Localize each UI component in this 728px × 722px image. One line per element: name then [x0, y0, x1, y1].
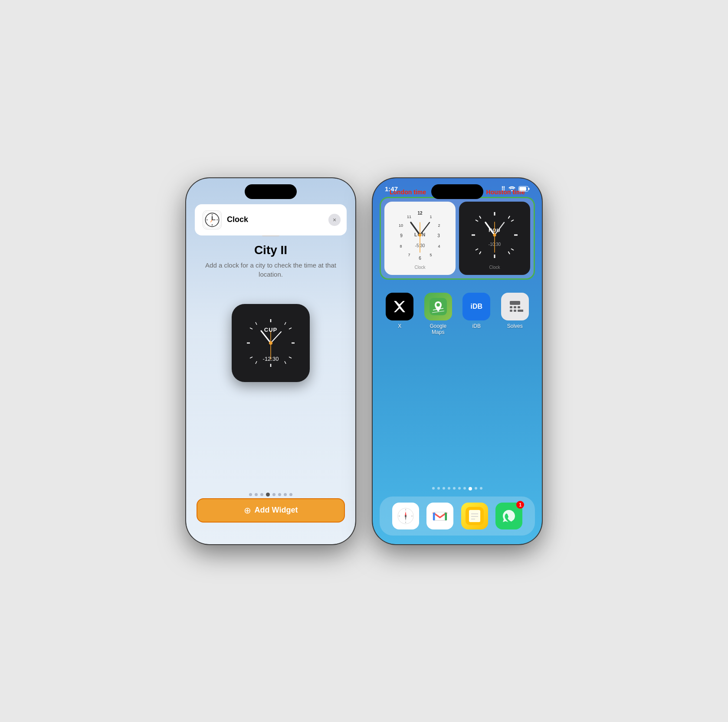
app-item-x[interactable]: X	[385, 293, 415, 335]
svg-line-20	[250, 357, 253, 358]
svg-text:7: 7	[408, 253, 410, 257]
whatsapp-badge: 1	[516, 501, 524, 509]
svg-line-57	[508, 252, 510, 254]
svg-text:10: 10	[399, 223, 403, 228]
page-dot-5	[272, 493, 275, 496]
header-card: Clock ×	[195, 204, 347, 235]
svg-line-59	[511, 220, 514, 222]
svg-rect-94	[433, 513, 435, 520]
x-app-label: X	[398, 323, 401, 329]
widget-info: City II Add a clock for a city to check …	[186, 243, 355, 279]
widget-header: Clock ×	[186, 204, 355, 235]
home-page-indicator	[373, 487, 542, 497]
svg-point-27	[512, 190, 513, 191]
svg-line-14	[256, 322, 257, 325]
calculator-logo	[507, 298, 523, 315]
maps-app-icon	[424, 293, 452, 320]
gmail-dock-icon[interactable]	[426, 503, 453, 529]
svg-point-68	[493, 233, 496, 236]
widget-picker-screen: Clock × City II Add a clock for a city t…	[186, 178, 355, 544]
page-dot-1	[249, 493, 252, 496]
svg-rect-79	[514, 310, 516, 312]
svg-rect-76	[514, 306, 516, 308]
home-screen: 1:47 ⠿	[373, 178, 542, 544]
page-dot-2	[255, 493, 258, 496]
svg-point-70	[436, 303, 440, 307]
hdot-6	[458, 487, 461, 490]
widget-description: Add a clock for a city to check the time…	[203, 261, 338, 279]
close-button[interactable]: ×	[328, 214, 341, 226]
dock: 1	[380, 497, 535, 536]
whatsapp-dock-icon[interactable]: 1	[495, 503, 522, 529]
london-clock-label: Clock	[414, 265, 425, 270]
hdot-7	[463, 487, 466, 490]
svg-rect-29	[519, 187, 526, 191]
grid-icon: ⠿	[501, 186, 505, 192]
battery-icon	[518, 186, 530, 192]
svg-text:8: 8	[400, 244, 402, 248]
svg-text:11: 11	[407, 215, 411, 219]
right-screen: 1:47 ⠿	[373, 178, 542, 544]
svg-point-26	[269, 341, 272, 345]
svg-text:1: 1	[430, 215, 432, 219]
right-phone: 1:47 ⠿	[373, 178, 542, 544]
app-item-solves[interactable]: Solves	[500, 293, 530, 335]
plus-icon: ⊕	[244, 505, 251, 516]
svg-line-18	[250, 328, 253, 329]
notes-logo	[466, 507, 484, 525]
svg-rect-75	[510, 306, 512, 308]
svg-text:12: 12	[417, 211, 423, 216]
hdot-2	[437, 487, 440, 490]
svg-point-85	[405, 515, 407, 517]
houston-clock-label: Clock	[489, 265, 500, 270]
hdot-8-active	[469, 487, 472, 490]
app-item-idb[interactable]: iDB iDB	[462, 293, 492, 335]
svg-rect-95	[445, 513, 447, 520]
gmail-logo	[431, 507, 449, 525]
x-app-icon	[386, 293, 413, 320]
svg-rect-74	[510, 301, 520, 305]
svg-line-16	[256, 361, 257, 364]
clock-icon-svg	[204, 212, 220, 228]
hdot-5	[453, 487, 456, 490]
svg-rect-78	[510, 310, 512, 312]
offset-label: -12:30	[263, 356, 279, 362]
svg-point-49	[419, 233, 422, 236]
svg-text:5: 5	[430, 253, 432, 257]
svg-text:9: 9	[400, 233, 403, 238]
houston-clock-widget[interactable]: HOU -10:30 Clock	[459, 202, 530, 275]
svg-line-23	[271, 332, 281, 343]
svg-line-19	[289, 328, 292, 329]
svg-line-55	[508, 216, 510, 219]
whatsapp-logo	[500, 507, 518, 525]
add-widget-label: Add Widget	[255, 506, 298, 515]
safari-logo	[397, 507, 415, 525]
idb-app-icon: iDB	[462, 293, 490, 320]
analog-clock-dark: CUP -12:30	[232, 304, 310, 382]
maps-logo	[430, 298, 447, 315]
hdot-3	[443, 487, 445, 490]
svg-line-54	[479, 216, 481, 219]
svg-line-21	[289, 357, 292, 358]
london-clock-widget[interactable]: 12 3 6 9 1 2 4 5 11 10 8 7 LON	[384, 202, 456, 275]
notes-dock-icon[interactable]	[461, 503, 488, 529]
svg-text:3: 3	[437, 233, 440, 238]
hdot-10	[480, 487, 482, 490]
add-widget-button[interactable]: ⊕ Add Widget	[197, 498, 345, 523]
app-grid: X Google Maps	[373, 288, 542, 340]
svg-line-58	[475, 220, 478, 222]
idb-app-label: iDB	[472, 323, 481, 329]
preview-clock-svg	[240, 313, 301, 373]
svg-rect-30	[528, 188, 530, 190]
svg-line-56	[479, 252, 481, 254]
clock-app-icon	[203, 210, 222, 229]
svg-line-17	[285, 361, 286, 364]
app-name-label: Clock	[227, 215, 248, 224]
hdot-1	[432, 487, 435, 490]
svg-rect-77	[518, 306, 520, 308]
safari-dock-icon[interactable]	[392, 503, 419, 529]
widgets-section: London time Houston time 12 3 6 9 1 2 4 …	[380, 197, 535, 280]
houston-clock-svg: HOU -10:30	[466, 207, 523, 263]
status-time: 1:47	[385, 185, 398, 193]
app-item-maps[interactable]: Google Maps	[423, 293, 453, 335]
